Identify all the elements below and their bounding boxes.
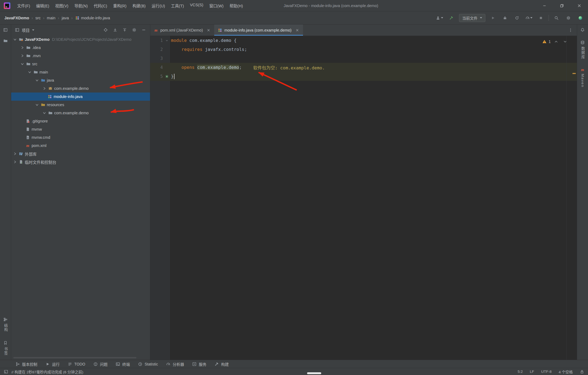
hide-panel-button[interactable] [140,26,147,33]
tree-item[interactable]: com.example.demo [11,84,150,93]
warning-stripe-mark[interactable] [572,73,576,74]
run-button[interactable] [489,14,497,22]
ide-sphere-button[interactable] [576,14,585,22]
menu-item[interactable]: 代码(C) [91,1,110,10]
tree-item[interactable]: JavaFXDemoD:\IDEAProjects\JCNCProjects\J… [11,35,150,44]
status-message[interactable]: // 构建在 2秒87毫秒内成功完成 (6 分钟之前) [11,369,83,374]
panel-options-button[interactable] [131,26,138,33]
warning-icon[interactable] [542,39,547,44]
tab-close-icon[interactable] [206,28,211,32]
project-stripe-button[interactable] [3,28,8,32]
stop-button[interactable] [537,14,545,22]
tool-window-button-build[interactable]: 构建 [211,360,232,368]
code-editor[interactable]: 1module com.example.demo {2 requires jav… [150,36,577,360]
search-everywhere-button[interactable] [552,14,561,22]
tool-window-button-version-control[interactable]: 版本控制 [12,360,41,368]
stripe-button-maven[interactable]: mMaven [580,67,585,88]
caret-position[interactable]: 5:2 [517,370,523,374]
tree-item[interactable]: mvnw.cmd [11,133,150,142]
code-line[interactable]: 5} [150,72,577,81]
tree-item[interactable]: src [11,60,150,68]
right-margin-guide [566,36,566,360]
locate-file-button[interactable] [102,26,109,33]
coverage-button[interactable] [513,14,521,22]
close-button[interactable] [571,0,588,11]
tree-item[interactable]: resources [11,101,150,109]
tree-item[interactable]: .idea [11,44,150,52]
tree-item[interactable]: mvnw [11,125,150,133]
line-separator[interactable]: LF [530,370,534,374]
menu-item[interactable]: 文件(F) [14,1,33,10]
tree-item[interactable]: 临时文件和控制台 [11,158,150,166]
breadcrumb-item[interactable]: main [47,16,55,20]
collapse-all-button[interactable] [121,26,128,33]
minimize-button[interactable] [536,0,553,11]
stripe-button-structure[interactable]: 结构 [3,317,8,332]
profiler-button[interactable] [525,14,533,22]
stripe-button-bookmarks[interactable]: 书签 [3,341,8,355]
tool-window-button-terminal[interactable]: 终端 [112,360,133,368]
tree-item[interactable]: .gitignore [11,117,150,125]
tree-item[interactable]: 外部库 [11,150,150,158]
breadcrumb-item[interactable]: src [35,16,41,20]
file-encoding[interactable]: UTF-8 [541,370,552,374]
fold-marker-icon[interactable] [163,74,171,79]
next-problem-button[interactable] [562,38,569,45]
project-panel-title[interactable]: 项目 [22,27,30,33]
horizontal-scrollbar[interactable] [13,357,136,358]
readonly-lock-icon[interactable] [580,370,584,374]
code-line[interactable]: 4 opens com.example.demo;软件包为空: com.exam… [150,63,577,72]
menu-item[interactable]: 编辑(E) [33,1,52,10]
settings-button[interactable] [564,14,573,22]
debug-button[interactable] [501,14,509,22]
tool-window-button-statistic[interactable]: Statistic [134,360,161,368]
tree-item[interactable]: com.example.demo [11,109,150,117]
project-tool-window: 项目 JavaFXDemoD:\IDEAProjects\JCNCProject… [11,24,150,360]
panel-gear-icon [132,28,136,32]
expand-all-button[interactable] [112,26,119,33]
project-view-caret-icon[interactable] [32,29,34,31]
run-config-combo[interactable]: 当前文件 [459,14,485,22]
menu-item[interactable]: 工具(T) [168,1,187,10]
tree-item[interactable]: java [11,76,150,84]
code-line[interactable]: 3 [150,54,577,63]
indent-style[interactable]: 4 个空格 [559,369,573,374]
commit-stripe-button[interactable] [3,39,8,43]
notifications-icon[interactable] [580,28,585,32]
tree-item[interactable]: mpom.xml [11,142,150,150]
tree-item[interactable]: main [11,68,150,76]
tab-close-icon[interactable] [295,28,299,32]
fold-marker-icon[interactable] [163,38,171,43]
menu-item[interactable]: 导航(N) [71,1,91,10]
tool-window-button-services[interactable]: 服务 [189,360,210,368]
menu-item[interactable]: 运行(U) [149,1,168,10]
menu-item[interactable]: 帮助(H) [226,1,246,10]
code-line[interactable]: 1module com.example.demo { [150,36,577,45]
tool-window-button-profiler[interactable]: 分析器 [163,360,188,368]
warning-count[interactable]: 1 [549,39,551,44]
editor-tab[interactable]: module-info.java (com.example.demo) [214,24,303,36]
editor-tab[interactable]: mpom.xml (JavaFXDemo) [150,24,214,36]
breadcrumb-item[interactable]: java [62,16,69,20]
tree-item[interactable]: module-info.java [11,93,150,101]
breadcrumb-item[interactable]: module-info.java [75,16,110,20]
menu-item[interactable]: 窗口(W) [206,1,226,10]
stripe-button-database[interactable]: 数据库 [580,40,585,59]
code-line[interactable]: 2 requires javafx.controls; [150,45,577,54]
menu-item[interactable]: VCS(S) [187,1,206,10]
tool-window-button-run[interactable]: 运行 [42,360,63,368]
maximize-button[interactable] [553,0,571,11]
menu-item[interactable]: 构建(B) [130,1,149,10]
menu-item[interactable]: 视图(V) [52,1,71,10]
build-project-button[interactable] [447,14,456,22]
breadcrumb-item[interactable]: JavaFXDemo [4,16,29,20]
tool-window-button-todo[interactable]: TODO [64,360,89,368]
avatar-button[interactable] [435,14,444,22]
tab-options-button[interactable] [567,27,574,34]
prev-problem-button[interactable] [553,38,560,45]
tool-window-button-problems[interactable]: 问题 [90,360,111,368]
tree-item-label: pom.xml [32,143,47,148]
menu-item[interactable]: 重构(R) [110,1,129,10]
tool-window-switcher-icon[interactable] [4,370,8,374]
tree-item[interactable]: .mvn [11,52,150,60]
